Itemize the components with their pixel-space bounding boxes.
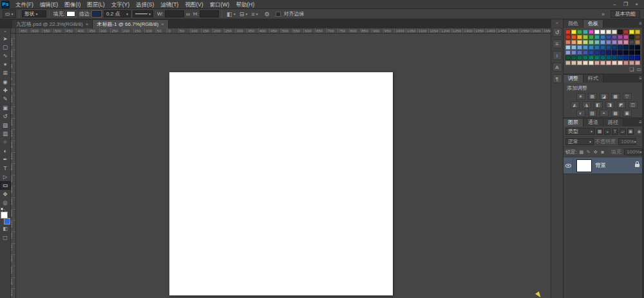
zoom-tool[interactable]: ◎ bbox=[0, 198, 11, 206]
color-swatch[interactable] bbox=[571, 55, 576, 60]
color-swatch[interactable] bbox=[571, 30, 576, 34]
color-swatch[interactable] bbox=[589, 40, 594, 45]
color-swatch[interactable] bbox=[600, 61, 605, 65]
eraser-tool[interactable]: ▨ bbox=[0, 121, 11, 129]
color-swatch[interactable] bbox=[571, 45, 576, 50]
lock-position-icon[interactable]: ✜ bbox=[592, 149, 598, 155]
photo-filter-icon[interactable]: ◨ bbox=[605, 101, 614, 108]
path-arrangement-icon[interactable]: ≡▾ bbox=[249, 11, 260, 17]
panel-tab[interactable]: 路径 bbox=[603, 119, 623, 126]
color-swatch[interactable] bbox=[618, 55, 623, 60]
visibility-cell[interactable] bbox=[564, 157, 573, 174]
clone-stamp-tool[interactable]: ▣ bbox=[0, 103, 11, 112]
menu-item[interactable]: 编辑(E) bbox=[37, 0, 61, 9]
color-swatch[interactable] bbox=[577, 45, 582, 50]
hue-saturation-icon[interactable]: ◭ bbox=[571, 101, 580, 108]
color-swatch[interactable] bbox=[565, 40, 571, 45]
minimize-button[interactable]: – bbox=[609, 1, 620, 8]
color-swatch[interactable] bbox=[623, 30, 629, 34]
align-edges-checkbox[interactable] bbox=[276, 12, 281, 17]
foreground-color-swatch[interactable] bbox=[1, 212, 8, 219]
vertical-ruler[interactable]: 1501005005010015020025030035040045050055… bbox=[11, 34, 16, 298]
layer-filter-select[interactable]: 类型 ▾ bbox=[565, 128, 595, 135]
color-swatch[interactable] bbox=[583, 61, 588, 65]
color-swatch[interactable] bbox=[635, 50, 640, 55]
panel-tab[interactable]: 通道 bbox=[583, 119, 603, 126]
color-swatch[interactable] bbox=[589, 55, 594, 60]
lock-transparency-icon[interactable]: ▩ bbox=[578, 149, 584, 155]
color-swatch[interactable] bbox=[600, 50, 605, 55]
panel-tab[interactable]: 图层 bbox=[564, 119, 583, 126]
blend-mode-select[interactable]: 正常 ▾ bbox=[565, 138, 594, 145]
restore-button[interactable]: ❐ bbox=[620, 1, 631, 8]
menu-item[interactable]: 文件(F) bbox=[12, 0, 37, 9]
color-swatch[interactable] bbox=[571, 35, 576, 39]
gear-icon[interactable]: ⚙ bbox=[262, 11, 271, 17]
eyedropper-tool[interactable]: ◉ bbox=[0, 77, 11, 86]
brightness-contrast-icon[interactable]: ☀ bbox=[576, 93, 585, 100]
filter-pixel-layers-icon[interactable]: ▦ bbox=[596, 128, 603, 135]
color-swatch[interactable] bbox=[635, 30, 640, 34]
threshold-icon[interactable]: ◓ bbox=[600, 110, 609, 117]
path-operations-icon[interactable]: ◧▾ bbox=[225, 11, 238, 17]
stroke-type-select[interactable]: ▾ bbox=[133, 10, 153, 17]
width-input[interactable] bbox=[165, 10, 184, 17]
color-swatch[interactable] bbox=[594, 40, 600, 45]
menu-item[interactable]: 视图(V) bbox=[182, 0, 206, 9]
history-panel-icon[interactable]: ↺ bbox=[553, 28, 562, 37]
color-swatch[interactable] bbox=[629, 55, 634, 60]
color-swatch[interactable] bbox=[618, 61, 623, 65]
color-swatch[interactable] bbox=[606, 35, 611, 39]
curves-icon[interactable]: ◪ bbox=[600, 93, 609, 100]
color-swatch[interactable] bbox=[606, 61, 611, 65]
paragraph-panel-icon[interactable]: ¶ bbox=[553, 74, 562, 83]
color-swatch[interactable] bbox=[565, 35, 571, 39]
color-swatch[interactable] bbox=[612, 40, 617, 45]
color-swatch[interactable] bbox=[612, 30, 617, 34]
color-swatch[interactable] bbox=[600, 30, 605, 34]
vibrance-icon[interactable]: ▽ bbox=[623, 93, 632, 100]
color-swatch[interactable] bbox=[583, 30, 588, 34]
document-tab[interactable]: 未标题-1 @ 66.7%(RGB/8)× bbox=[93, 20, 168, 28]
invert-icon[interactable]: ◐ bbox=[576, 110, 585, 117]
quick-mask-button[interactable]: ◧ bbox=[0, 224, 11, 233]
stroke-color-swatch[interactable] bbox=[92, 11, 101, 17]
lock-all-icon[interactable]: ◙ bbox=[600, 149, 605, 155]
panel-tab[interactable]: 色板 bbox=[583, 20, 603, 28]
filter-adjustment-layers-icon[interactable]: ◒ bbox=[604, 128, 611, 135]
double-chevron-icon[interactable]: » bbox=[600, 11, 607, 17]
color-swatch[interactable] bbox=[618, 50, 623, 55]
close-button[interactable]: × bbox=[631, 1, 642, 8]
menu-item[interactable]: 帮助(H) bbox=[232, 0, 258, 9]
color-balance-icon[interactable]: ◮ bbox=[582, 101, 591, 108]
color-swatch[interactable] bbox=[583, 35, 588, 39]
marquee-tool[interactable]: ▢ bbox=[0, 43, 11, 51]
color-swatch[interactable] bbox=[589, 61, 594, 65]
character-panel-icon[interactable]: A bbox=[553, 63, 562, 72]
color-swatch[interactable] bbox=[600, 55, 605, 60]
color-swatch[interactable] bbox=[606, 40, 611, 45]
posterize-icon[interactable]: ▨ bbox=[588, 110, 597, 117]
color-swatch[interactable] bbox=[594, 45, 600, 50]
color-swatch[interactable] bbox=[618, 30, 623, 34]
screen-mode-button[interactable]: ▢ bbox=[0, 233, 11, 243]
color-swatch[interactable] bbox=[623, 61, 629, 65]
color-swatch[interactable] bbox=[600, 45, 605, 50]
color-swatch[interactable] bbox=[623, 50, 629, 55]
color-swatch[interactable] bbox=[606, 30, 611, 34]
color-swatch[interactable] bbox=[606, 50, 611, 55]
color-swatch[interactable] bbox=[577, 50, 582, 55]
color-swatch[interactable] bbox=[594, 35, 600, 39]
lasso-tool[interactable]: ∿ bbox=[0, 52, 11, 60]
layer-row[interactable]: 背景 bbox=[564, 157, 644, 174]
crop-tool[interactable]: ⊞ bbox=[0, 69, 11, 77]
new-swatch-button[interactable]: ❏ bbox=[629, 66, 634, 72]
color-swatch[interactable] bbox=[577, 30, 582, 34]
menu-item[interactable]: 图像(I) bbox=[61, 0, 84, 9]
color-swatch[interactable] bbox=[635, 35, 640, 39]
color-swatch[interactable] bbox=[565, 61, 571, 65]
color-swatch[interactable] bbox=[577, 40, 582, 45]
color-swatch[interactable] bbox=[629, 35, 634, 39]
blur-tool[interactable]: ○ bbox=[0, 138, 11, 146]
color-swatch[interactable] bbox=[618, 35, 623, 39]
